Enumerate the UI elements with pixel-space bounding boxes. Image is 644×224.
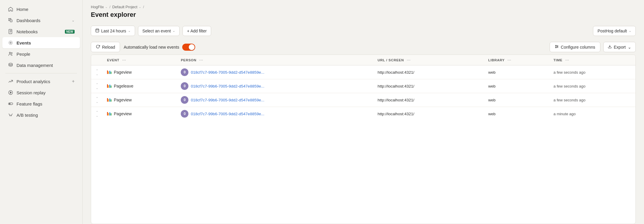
col-library-menu[interactable]: ···: [507, 58, 511, 62]
svg-point-16: [9, 103, 11, 105]
reload-label: Reload: [102, 45, 115, 50]
time-filter-button[interactable]: Last 24 hours ⌄: [91, 26, 135, 36]
table-row[interactable]: ⌃⌄ Pageview 0 018cf7c7-99b6-7005-9dd2-d5…: [91, 107, 635, 121]
table-row[interactable]: ⌃⌄ Pageview 0 018cf7c7-99b6-7005-9dd2-d5…: [91, 65, 635, 79]
sidebar-item-dashboards[interactable]: Dashboards ⌄: [2, 15, 80, 26]
session-replay-icon: [8, 90, 14, 95]
col-time-menu[interactable]: ···: [565, 58, 569, 62]
url-cell: http://localhost:4321/: [373, 65, 484, 79]
event-name: Pageview: [114, 98, 132, 102]
new-badge: NEW: [65, 30, 75, 34]
col-event-menu[interactable]: ···: [122, 58, 126, 62]
event-filter-button[interactable]: Select an event ⌄: [138, 26, 180, 36]
sidebar-item-product-analytics[interactable]: Product analytics +: [2, 76, 80, 87]
export-icon: [608, 45, 612, 50]
sidebar-item-people[interactable]: People: [2, 48, 80, 60]
sidebar-item-product-analytics-label: Product analytics: [17, 79, 50, 84]
sidebar-item-home[interactable]: Home: [2, 4, 80, 15]
chevron-down-icon: ⌄: [72, 18, 75, 22]
col-person-menu[interactable]: ···: [199, 58, 203, 62]
col-library-header: LIBRARY ···: [484, 55, 549, 65]
sidebar-divider: [5, 73, 77, 73]
configure-columns-button[interactable]: Configure columns: [550, 42, 600, 52]
url-value: http://localhost:4321/: [377, 70, 414, 75]
chevron-down-icon: ⌄: [628, 45, 631, 50]
time-cell: a few seconds ago: [549, 79, 635, 93]
avatar: 0: [181, 82, 188, 90]
sidebar-item-data-management[interactable]: Data management: [2, 60, 80, 71]
people-icon: [8, 51, 14, 57]
expand-arrows[interactable]: ⌃⌄: [95, 111, 99, 117]
reload-button[interactable]: Reload: [91, 42, 120, 52]
sidebar-item-dashboards-label: Dashboards: [17, 18, 40, 23]
add-filter-button[interactable]: + Add filter: [183, 26, 211, 36]
configure-columns-icon: [555, 45, 559, 50]
dashboards-icon: [8, 17, 14, 23]
auto-load-toggle[interactable]: [182, 44, 195, 51]
time-cell: a minute ago: [549, 107, 635, 121]
svg-rect-18: [96, 29, 99, 32]
event-cell: Pageview: [103, 107, 177, 121]
person-cell: 0 018cf7c7-99b6-7005-9dd2-d547e8859e...: [177, 65, 373, 79]
export-button[interactable]: Export ⌄: [603, 42, 636, 52]
action-bar: Reload Automatically load new events Con…: [83, 39, 644, 55]
posthog-default-label: PostHog default: [597, 29, 627, 33]
event-cell: Pageview: [103, 93, 177, 107]
event-name: Pageview: [114, 111, 132, 116]
svg-point-10: [9, 52, 11, 54]
svg-marker-14: [10, 92, 12, 93]
chevron-down-icon: ⌄: [172, 29, 175, 33]
url-value: http://localhost:4321/: [377, 98, 414, 102]
table-row[interactable]: ⌃⌄ Pageleave 0 018cf7c7-99b6-7005-9dd2-d…: [91, 79, 635, 93]
svg-rect-3: [10, 20, 12, 22]
reload-icon: [96, 45, 100, 50]
sidebar-item-events[interactable]: Events: [2, 37, 80, 48]
person-id[interactable]: 018cf7c7-99b6-7005-9dd2-d547e8859e...: [191, 70, 264, 75]
expand-cell: ⌃⌄: [91, 65, 103, 79]
svg-point-8: [10, 42, 12, 44]
breadcrumb-default-project[interactable]: Default Project ⌄: [112, 5, 141, 9]
add-filter-label: + Add filter: [187, 29, 207, 33]
person-id[interactable]: 018cf7c7-99b6-7005-9dd2-d547e8859e...: [191, 112, 264, 116]
person-id[interactable]: 018cf7c7-99b6-7005-9dd2-d547e8859e...: [191, 84, 264, 88]
sidebar-item-feature-flags[interactable]: Feature flags: [2, 98, 80, 109]
chevron-down-icon: ⌄: [139, 5, 141, 9]
data-management-icon: [8, 62, 14, 68]
page-header: HogFlix ⌄ / Default Project ⌄ / Event ex…: [83, 0, 644, 22]
url-value: http://localhost:4321/: [377, 84, 414, 88]
expand-cell: ⌃⌄: [91, 107, 103, 121]
time-value: a few seconds ago: [553, 98, 585, 102]
col-url-header: URL / SCREEN ···: [373, 55, 484, 65]
product-analytics-icon: [8, 78, 14, 84]
expand-arrows[interactable]: ⌃⌄: [95, 69, 99, 76]
rainbow-event-icon: [107, 98, 111, 102]
url-value: http://localhost:4321/: [377, 112, 414, 116]
calendar-icon: [95, 28, 99, 33]
library-value: web: [488, 70, 496, 75]
expand-cell: ⌃⌄: [91, 79, 103, 93]
sidebar-item-ab-testing-label: A/B testing: [17, 113, 38, 118]
action-bar-right: Configure columns Export ⌄: [550, 42, 636, 52]
sidebar-item-session-replay[interactable]: Session replay: [2, 87, 80, 98]
table-row[interactable]: ⌃⌄ Pageview 0 018cf7c7-99b6-7005-9dd2-d5…: [91, 93, 635, 107]
sidebar-item-session-replay-label: Session replay: [17, 90, 45, 95]
svg-point-26: [557, 46, 558, 47]
event-cell: Pageview: [103, 65, 177, 79]
col-url-menu[interactable]: ···: [407, 58, 411, 62]
svg-point-27: [556, 47, 556, 48]
event-name: Pageleave: [114, 84, 133, 88]
sidebar-item-notebooks[interactable]: Notebooks NEW: [2, 26, 80, 37]
breadcrumb-hogflix[interactable]: HogFlix ⌄: [91, 5, 108, 9]
person-cell: 0 018cf7c7-99b6-7005-9dd2-d547e8859e...: [177, 93, 373, 107]
expand-arrows[interactable]: ⌃⌄: [95, 97, 99, 103]
sidebar-item-ab-testing[interactable]: A/B testing: [2, 109, 80, 121]
time-cell: a few seconds ago: [549, 93, 635, 107]
library-cell: web: [484, 65, 549, 79]
svg-point-2: [9, 20, 9, 21]
plus-icon[interactable]: +: [72, 79, 75, 84]
time-value: a few seconds ago: [553, 70, 585, 75]
person-id[interactable]: 018cf7c7-99b6-7005-9dd2-d547e8859e...: [191, 98, 264, 102]
posthog-default-button[interactable]: PostHog default ⌄: [593, 26, 636, 36]
expand-arrows[interactable]: ⌃⌄: [95, 83, 99, 90]
col-event-header: EVENT ···: [103, 55, 177, 65]
